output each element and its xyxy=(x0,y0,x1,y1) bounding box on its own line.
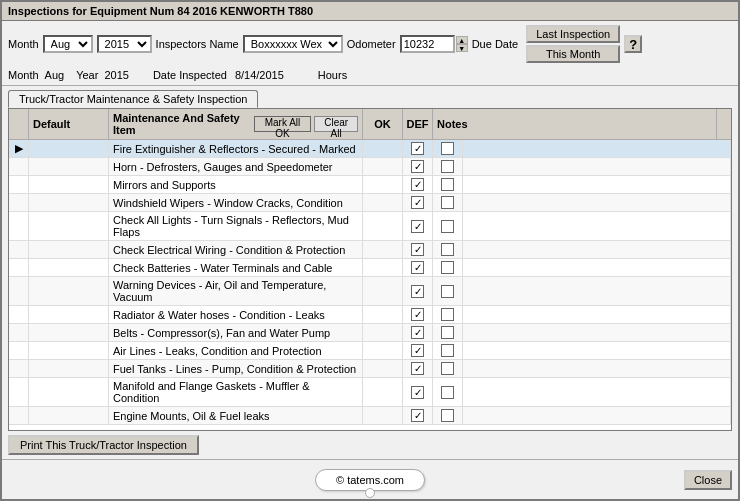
mark-all-ok-button[interactable]: Mark All OK xyxy=(254,116,312,132)
row-def[interactable] xyxy=(433,277,463,305)
ok-checkbox[interactable] xyxy=(411,409,424,422)
this-month-button[interactable]: This Month xyxy=(526,45,620,63)
row-item-text: Fire Extinguisher & Reflectors - Secured… xyxy=(109,140,363,157)
row-ok[interactable] xyxy=(403,259,433,276)
ok-checkbox[interactable] xyxy=(411,386,424,399)
row-ok[interactable] xyxy=(403,324,433,341)
row-spacer xyxy=(363,342,403,359)
ok-checkbox[interactable] xyxy=(411,220,424,233)
table-row: Fuel Tanks - Lines - Pump, Condition & P… xyxy=(9,360,731,378)
row-ok[interactable] xyxy=(403,407,433,424)
print-button[interactable]: Print This Truck/Tractor Inspection xyxy=(8,435,199,455)
ok-checkbox[interactable] xyxy=(411,362,424,375)
row-def[interactable] xyxy=(433,176,463,193)
row-def[interactable] xyxy=(433,140,463,157)
row-arrow xyxy=(9,378,29,406)
row-ok[interactable] xyxy=(403,158,433,175)
row-arrow xyxy=(9,277,29,305)
odometer-up[interactable]: ▲ xyxy=(456,36,468,44)
close-button[interactable]: Close xyxy=(684,470,732,490)
row-spacer xyxy=(363,158,403,175)
def-checkbox[interactable] xyxy=(441,308,454,321)
ok-checkbox[interactable] xyxy=(411,308,424,321)
row-default xyxy=(29,241,109,258)
row-arrow xyxy=(9,176,29,193)
table-row: Horn - Defrosters, Gauges and Speedomete… xyxy=(9,158,731,176)
row-spacer xyxy=(363,324,403,341)
odometer-down[interactable]: ▼ xyxy=(456,44,468,52)
row-def[interactable] xyxy=(433,259,463,276)
def-checkbox[interactable] xyxy=(441,243,454,256)
def-checkbox[interactable] xyxy=(441,220,454,233)
row-ok[interactable] xyxy=(403,342,433,359)
row-spacer xyxy=(363,212,403,240)
ok-checkbox[interactable] xyxy=(411,261,424,274)
row-default xyxy=(29,158,109,175)
def-checkbox[interactable] xyxy=(441,344,454,357)
row-ok[interactable] xyxy=(403,306,433,323)
def-checkbox[interactable] xyxy=(441,160,454,173)
last-inspection-button[interactable]: Last Inspection xyxy=(526,25,620,43)
row-ok[interactable] xyxy=(403,378,433,406)
row-ok[interactable] xyxy=(403,176,433,193)
row-def[interactable] xyxy=(433,212,463,240)
toolbar-row2: Month Aug Year 2015 Date Inspected 8/14/… xyxy=(8,69,732,81)
row-ok[interactable] xyxy=(403,360,433,377)
tab-truck-tractor[interactable]: Truck/Tractor Maintenance & Safety Inspe… xyxy=(8,90,258,108)
row-def[interactable] xyxy=(433,360,463,377)
info-icon[interactable]: ? xyxy=(624,35,642,53)
inspector-select[interactable]: Boxxxxxx Wex xyxy=(243,35,343,53)
def-checkbox[interactable] xyxy=(441,196,454,209)
ok-checkbox[interactable] xyxy=(411,285,424,298)
th-ok: OK xyxy=(363,109,403,139)
def-checkbox[interactable] xyxy=(441,386,454,399)
row-def[interactable] xyxy=(433,194,463,211)
row-notes xyxy=(463,360,731,377)
ok-checkbox[interactable] xyxy=(411,178,424,191)
row-ok[interactable] xyxy=(403,241,433,258)
row-ok[interactable] xyxy=(403,212,433,240)
def-checkbox[interactable] xyxy=(441,285,454,298)
month-select[interactable]: Aug xyxy=(43,35,93,53)
def-checkbox[interactable] xyxy=(441,178,454,191)
ok-checkbox[interactable] xyxy=(411,326,424,339)
copyright-bubble: © tatems.com xyxy=(315,469,425,491)
toolbar-row1: Month Aug 2015 Inspectors Name Boxxxxxx … xyxy=(8,25,732,63)
row-def[interactable] xyxy=(433,158,463,175)
def-checkbox[interactable] xyxy=(441,326,454,339)
row-ok[interactable] xyxy=(403,140,433,157)
row-item-text: Warning Devices - Air, Oil and Temperatu… xyxy=(109,277,363,305)
table-row: Warning Devices - Air, Oil and Temperatu… xyxy=(9,277,731,306)
th-default[interactable]: Default xyxy=(29,109,109,139)
row-def[interactable] xyxy=(433,324,463,341)
ok-checkbox[interactable] xyxy=(411,160,424,173)
def-checkbox[interactable] xyxy=(441,261,454,274)
row-def[interactable] xyxy=(433,241,463,258)
odometer-input[interactable] xyxy=(400,35,455,53)
row-spacer xyxy=(363,140,403,157)
last-inspection-group: Last Inspection This Month xyxy=(526,25,620,63)
def-checkbox[interactable] xyxy=(441,142,454,155)
def-checkbox[interactable] xyxy=(441,362,454,375)
row-item-text: Horn - Defrosters, Gauges and Speedomete… xyxy=(109,158,363,175)
table-row: Mirrors and Supports xyxy=(9,176,731,194)
row-ok[interactable] xyxy=(403,277,433,305)
row-def[interactable] xyxy=(433,306,463,323)
ok-checkbox[interactable] xyxy=(411,243,424,256)
copyright-text: © tatems.com xyxy=(336,474,404,486)
row-arrow: ▶ xyxy=(9,140,29,157)
row-ok[interactable] xyxy=(403,194,433,211)
year-select[interactable]: 2015 xyxy=(97,35,152,53)
row-notes xyxy=(463,194,731,211)
row-def[interactable] xyxy=(433,378,463,406)
row-spacer xyxy=(363,277,403,305)
ok-checkbox[interactable] xyxy=(411,344,424,357)
def-checkbox[interactable] xyxy=(441,409,454,422)
window-title: Inspections for Equipment Num 84 2016 KE… xyxy=(8,5,313,17)
ok-checkbox[interactable] xyxy=(411,142,424,155)
ok-checkbox[interactable] xyxy=(411,196,424,209)
clear-all-button[interactable]: Clear All xyxy=(314,116,358,132)
row-def[interactable] xyxy=(433,342,463,359)
row-def[interactable] xyxy=(433,407,463,424)
row-notes xyxy=(463,378,731,406)
